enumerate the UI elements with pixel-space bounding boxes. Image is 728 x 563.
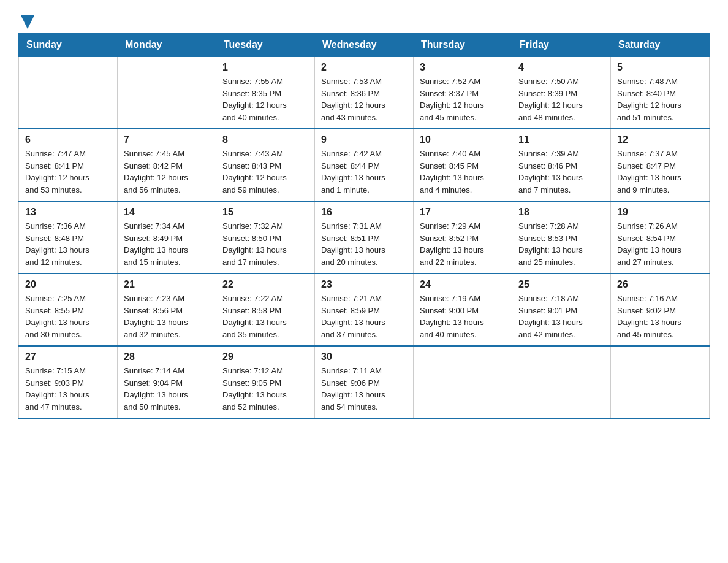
day-info: Sunrise: 7:18 AM Sunset: 9:01 PM Dayligh…	[518, 293, 604, 340]
day-info: Sunrise: 7:55 AM Sunset: 8:35 PM Dayligh…	[222, 75, 308, 123]
calendar-cell: 27Sunrise: 7:15 AM Sunset: 9:03 PM Dayli…	[19, 346, 118, 418]
calendar-cell: 29Sunrise: 7:12 AM Sunset: 9:05 PM Dayli…	[216, 346, 315, 418]
day-number: 28	[124, 351, 210, 362]
calendar-cell: 22Sunrise: 7:22 AM Sunset: 8:58 PM Dayli…	[216, 274, 315, 346]
calendar-cell	[118, 57, 216, 129]
day-info: Sunrise: 7:26 AM Sunset: 8:54 PM Dayligh…	[617, 220, 703, 268]
day-number: 9	[321, 134, 407, 145]
calendar-header: SundayMondayTuesdayWednesdayThursdayFrid…	[19, 33, 710, 57]
day-info: Sunrise: 7:43 AM Sunset: 8:43 PM Dayligh…	[222, 148, 308, 196]
day-number: 17	[420, 207, 506, 218]
day-number: 30	[321, 351, 407, 362]
day-number: 12	[617, 134, 703, 145]
day-number: 13	[25, 207, 111, 218]
day-number: 15	[222, 207, 308, 218]
calendar-cell: 3Sunrise: 7:52 AM Sunset: 8:37 PM Daylig…	[414, 57, 512, 129]
calendar-cell: 11Sunrise: 7:39 AM Sunset: 8:46 PM Dayli…	[512, 129, 611, 201]
calendar-cell: 12Sunrise: 7:37 AM Sunset: 8:47 PM Dayli…	[611, 129, 710, 201]
day-info: Sunrise: 7:14 AM Sunset: 9:04 PM Dayligh…	[124, 365, 210, 413]
col-header-monday: Monday	[118, 33, 216, 57]
calendar-cell: 20Sunrise: 7:25 AM Sunset: 8:55 PM Dayli…	[19, 274, 118, 346]
week-row-2: 6Sunrise: 7:47 AM Sunset: 8:41 PM Daylig…	[19, 129, 710, 201]
day-number: 10	[420, 134, 506, 145]
day-info: Sunrise: 7:16 AM Sunset: 9:02 PM Dayligh…	[617, 293, 703, 340]
calendar-cell: 15Sunrise: 7:32 AM Sunset: 8:50 PM Dayli…	[216, 201, 315, 274]
day-info: Sunrise: 7:25 AM Sunset: 8:55 PM Dayligh…	[25, 293, 111, 340]
day-number: 11	[518, 134, 604, 145]
day-info: Sunrise: 7:31 AM Sunset: 8:51 PM Dayligh…	[321, 220, 407, 268]
col-header-wednesday: Wednesday	[315, 33, 414, 57]
day-number: 5	[617, 62, 703, 73]
calendar-cell: 1Sunrise: 7:55 AM Sunset: 8:35 PM Daylig…	[216, 57, 315, 129]
day-info: Sunrise: 7:37 AM Sunset: 8:47 PM Dayligh…	[617, 148, 703, 196]
calendar-cell: 13Sunrise: 7:36 AM Sunset: 8:48 PM Dayli…	[19, 201, 118, 274]
day-info: Sunrise: 7:47 AM Sunset: 8:41 PM Dayligh…	[25, 148, 111, 196]
calendar-cell: 14Sunrise: 7:34 AM Sunset: 8:49 PM Dayli…	[118, 201, 216, 274]
day-number: 6	[25, 134, 111, 145]
day-number: 24	[420, 279, 506, 290]
calendar-cell: 19Sunrise: 7:26 AM Sunset: 8:54 PM Dayli…	[611, 201, 710, 274]
calendar-cell	[414, 346, 512, 418]
calendar-cell: 23Sunrise: 7:21 AM Sunset: 8:59 PM Dayli…	[315, 274, 414, 346]
calendar-cell: 6Sunrise: 7:47 AM Sunset: 8:41 PM Daylig…	[19, 129, 118, 201]
col-header-tuesday: Tuesday	[216, 33, 315, 57]
col-header-thursday: Thursday	[414, 33, 512, 57]
calendar-cell: 8Sunrise: 7:43 AM Sunset: 8:43 PM Daylig…	[216, 129, 315, 201]
calendar-cell	[611, 346, 710, 418]
day-number: 19	[617, 207, 703, 218]
day-number: 20	[25, 279, 111, 290]
day-info: Sunrise: 7:29 AM Sunset: 8:52 PM Dayligh…	[420, 220, 506, 268]
week-row-1: 1Sunrise: 7:55 AM Sunset: 8:35 PM Daylig…	[19, 57, 710, 129]
calendar-cell: 24Sunrise: 7:19 AM Sunset: 9:00 PM Dayli…	[414, 274, 512, 346]
day-info: Sunrise: 7:19 AM Sunset: 9:00 PM Dayligh…	[420, 293, 506, 340]
day-info: Sunrise: 7:15 AM Sunset: 9:03 PM Dayligh…	[25, 365, 111, 413]
col-header-saturday: Saturday	[611, 33, 710, 57]
day-info: Sunrise: 7:50 AM Sunset: 8:39 PM Dayligh…	[518, 75, 604, 123]
day-number: 16	[321, 207, 407, 218]
day-number: 14	[124, 207, 210, 218]
col-header-friday: Friday	[512, 33, 611, 57]
day-info: Sunrise: 7:42 AM Sunset: 8:44 PM Dayligh…	[321, 148, 407, 196]
week-row-5: 27Sunrise: 7:15 AM Sunset: 9:03 PM Dayli…	[19, 346, 710, 418]
day-info: Sunrise: 7:48 AM Sunset: 8:40 PM Dayligh…	[617, 75, 703, 123]
calendar-cell	[19, 57, 118, 129]
day-info: Sunrise: 7:36 AM Sunset: 8:48 PM Dayligh…	[25, 220, 111, 268]
calendar-cell: 2Sunrise: 7:53 AM Sunset: 8:36 PM Daylig…	[315, 57, 414, 129]
day-info: Sunrise: 7:32 AM Sunset: 8:50 PM Dayligh…	[222, 220, 308, 268]
day-number: 21	[124, 279, 210, 290]
day-info: Sunrise: 7:45 AM Sunset: 8:42 PM Dayligh…	[124, 148, 210, 196]
day-number: 2	[321, 62, 407, 73]
day-number: 3	[420, 62, 506, 73]
day-number: 7	[124, 134, 210, 145]
calendar-cell: 26Sunrise: 7:16 AM Sunset: 9:02 PM Dayli…	[611, 274, 710, 346]
week-row-4: 20Sunrise: 7:25 AM Sunset: 8:55 PM Dayli…	[19, 274, 710, 346]
day-number: 25	[518, 279, 604, 290]
day-number: 18	[518, 207, 604, 218]
day-number: 23	[321, 279, 407, 290]
logo	[18, 12, 34, 26]
day-info: Sunrise: 7:28 AM Sunset: 8:53 PM Dayligh…	[518, 220, 604, 268]
calendar-cell: 16Sunrise: 7:31 AM Sunset: 8:51 PM Dayli…	[315, 201, 414, 274]
day-info: Sunrise: 7:12 AM Sunset: 9:05 PM Dayligh…	[222, 365, 308, 413]
day-info: Sunrise: 7:52 AM Sunset: 8:37 PM Dayligh…	[420, 75, 506, 123]
calendar-table: SundayMondayTuesdayWednesdayThursdayFrid…	[18, 33, 710, 419]
calendar-cell: 21Sunrise: 7:23 AM Sunset: 8:56 PM Dayli…	[118, 274, 216, 346]
day-number: 22	[222, 279, 308, 290]
day-info: Sunrise: 7:11 AM Sunset: 9:06 PM Dayligh…	[321, 365, 407, 413]
day-info: Sunrise: 7:40 AM Sunset: 8:45 PM Dayligh…	[420, 148, 506, 196]
svg-marker-0	[21, 15, 34, 29]
day-number: 8	[222, 134, 308, 145]
calendar-cell: 28Sunrise: 7:14 AM Sunset: 9:04 PM Dayli…	[118, 346, 216, 418]
day-info: Sunrise: 7:21 AM Sunset: 8:59 PM Dayligh…	[321, 293, 407, 340]
calendar-cell: 17Sunrise: 7:29 AM Sunset: 8:52 PM Dayli…	[414, 201, 512, 274]
day-number: 26	[617, 279, 703, 290]
calendar-body: 1Sunrise: 7:55 AM Sunset: 8:35 PM Daylig…	[19, 57, 710, 419]
calendar-cell	[512, 346, 611, 418]
day-number: 29	[222, 351, 308, 362]
calendar-cell: 25Sunrise: 7:18 AM Sunset: 9:01 PM Dayli…	[512, 274, 611, 346]
day-info: Sunrise: 7:39 AM Sunset: 8:46 PM Dayligh…	[518, 148, 604, 196]
day-info: Sunrise: 7:53 AM Sunset: 8:36 PM Dayligh…	[321, 75, 407, 123]
day-number: 4	[518, 62, 604, 73]
calendar-cell: 9Sunrise: 7:42 AM Sunset: 8:44 PM Daylig…	[315, 129, 414, 201]
col-header-sunday: Sunday	[19, 33, 118, 57]
